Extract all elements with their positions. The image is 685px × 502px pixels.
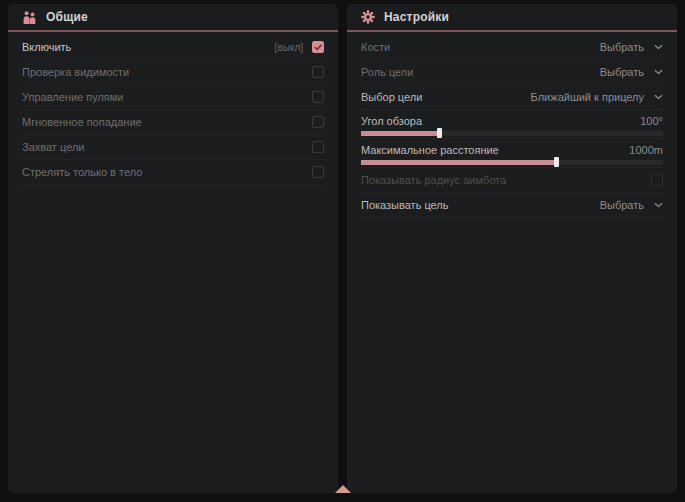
panel-general: Общие Включить [выкл] Проверка видимости xyxy=(8,4,338,493)
fov-slider[interactable] xyxy=(361,131,663,136)
max-distance-value: 1000m xyxy=(629,144,663,156)
chevron-down-icon xyxy=(654,44,663,50)
row-show-target-label: Показывать цель xyxy=(361,199,600,211)
row-bullet-control[interactable]: Управление пулями xyxy=(22,85,324,110)
max-distance-slider[interactable] xyxy=(361,160,663,165)
row-enable[interactable]: Включить [выкл] xyxy=(22,35,324,60)
show-target-select[interactable]: Выбрать xyxy=(600,199,663,211)
panels-container: Общие Включить [выкл] Проверка видимости xyxy=(8,4,677,493)
row-body-only-label: Стрелять только в тело xyxy=(22,166,312,178)
row-max-distance: Максимальное расстояние 1000m xyxy=(361,139,663,168)
max-distance-slider-fill xyxy=(361,160,557,165)
row-instant-hit-label: Мгновенное попадание xyxy=(22,116,312,128)
chevron-down-icon xyxy=(654,69,663,75)
panel-settings-header: Настройки xyxy=(347,4,677,32)
gear-icon xyxy=(361,10,375,24)
fov-slider-handle[interactable] xyxy=(437,128,442,138)
row-bones: Кости Выбрать xyxy=(361,35,663,60)
row-fov: Угол обзора 100° xyxy=(361,110,663,139)
row-target-lock-label: Захват цели xyxy=(22,141,312,153)
chevron-down-icon xyxy=(654,94,663,100)
panel-settings: Настройки Кости Выбрать Роль цели Выбрат… xyxy=(347,4,677,493)
check-icon xyxy=(314,44,322,51)
row-show-target: Показывать цель Выбрать xyxy=(361,193,663,218)
row-target-choice-label: Выбор цели xyxy=(361,91,531,103)
max-distance-slider-handle[interactable] xyxy=(554,157,559,167)
row-target-role: Роль цели Выбрать xyxy=(361,60,663,85)
target-role-select-value: Выбрать xyxy=(600,66,644,78)
fov-slider-fill xyxy=(361,131,440,136)
target-choice-select-value: Ближайший к прицелу xyxy=(531,91,644,103)
row-visibility-check-label: Проверка видимости xyxy=(22,66,312,78)
row-visibility-check[interactable]: Проверка видимости xyxy=(22,60,324,85)
target-lock-checkbox[interactable] xyxy=(312,141,324,153)
bones-select-value: Выбрать xyxy=(600,41,644,53)
row-show-aimbot-radius[interactable]: Показывать радиус аимбота xyxy=(361,168,663,193)
row-body-only[interactable]: Стрелять только в тело xyxy=(22,160,324,185)
row-target-choice: Выбор цели Ближайший к прицелу xyxy=(361,85,663,110)
bullet-control-checkbox[interactable] xyxy=(312,91,324,103)
fov-value: 100° xyxy=(640,115,663,127)
panel-general-body: Включить [выкл] Проверка видимости xyxy=(8,32,338,185)
row-bullet-control-label: Управление пулями xyxy=(22,91,312,103)
target-role-select[interactable]: Выбрать xyxy=(600,66,663,78)
row-show-aimbot-radius-label: Показывать радиус аимбота xyxy=(361,174,651,186)
chevron-down-icon xyxy=(654,202,663,208)
scroll-up-indicator[interactable] xyxy=(335,485,351,493)
hotkey-hint: [выкл] xyxy=(275,42,303,53)
row-max-distance-label: Максимальное расстояние xyxy=(361,144,499,156)
row-fov-label: Угол обзора xyxy=(361,115,422,127)
panel-general-header: Общие xyxy=(8,4,338,32)
visibility-check-checkbox[interactable] xyxy=(312,66,324,78)
row-target-lock[interactable]: Захват цели xyxy=(22,135,324,160)
panel-settings-title: Настройки xyxy=(384,10,449,24)
row-target-role-label: Роль цели xyxy=(361,66,600,78)
panel-settings-body: Кости Выбрать Роль цели Выбрать xyxy=(347,32,677,218)
show-aimbot-radius-checkbox[interactable] xyxy=(651,174,663,186)
enable-checkbox[interactable] xyxy=(312,41,324,53)
row-instant-hit[interactable]: Мгновенное попадание xyxy=(22,110,324,135)
people-icon xyxy=(22,11,37,24)
row-enable-label: Включить xyxy=(22,41,275,53)
panel-general-title: Общие xyxy=(46,10,88,24)
body-only-checkbox[interactable] xyxy=(312,166,324,178)
row-bones-label: Кости xyxy=(361,41,600,53)
target-choice-select[interactable]: Ближайший к прицелу xyxy=(531,91,663,103)
instant-hit-checkbox[interactable] xyxy=(312,116,324,128)
bones-select[interactable]: Выбрать xyxy=(600,41,663,53)
show-target-select-value: Выбрать xyxy=(600,199,644,211)
